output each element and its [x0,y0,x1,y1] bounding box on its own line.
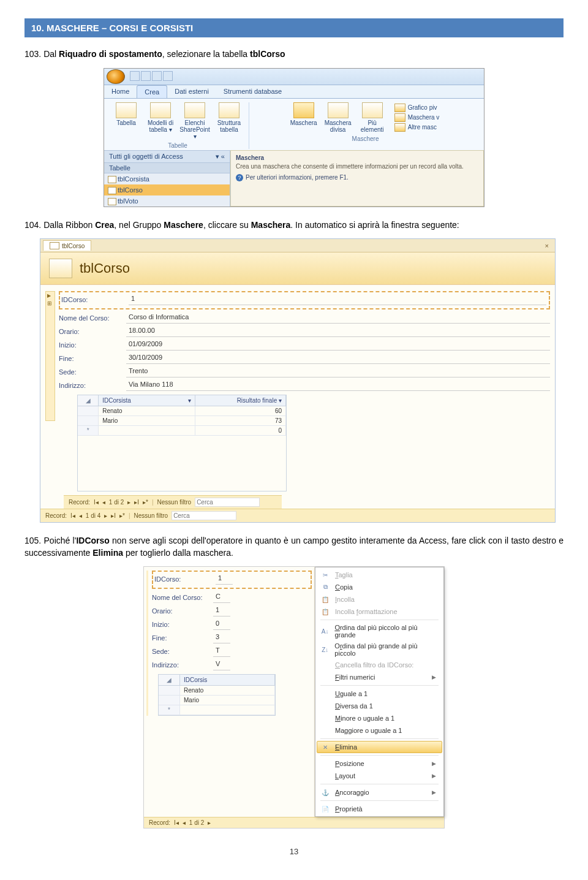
menu-item-maggiore-o-uguale-a-1[interactable]: Maggiore o uguale a 1 [317,724,442,737]
tooltip-title: Maschera [236,154,478,161]
menu-icon: ⧉ [320,583,330,591]
field-value[interactable]: 1 [216,573,233,585]
menu-item-filtri-numerici[interactable]: Filtri numerici▶ [317,671,442,683]
nav-prev-icon[interactable]: ◂ [183,819,186,826]
field-value[interactable]: 30/10/2009 [126,352,550,364]
tab-home[interactable]: Home [104,85,137,98]
nav-first-icon[interactable]: I◂ [94,499,99,506]
btn-elenchi-sharepoint[interactable]: Elenchi SharePoint ▾ [179,102,211,140]
quick-access-toolbar[interactable] [130,71,174,82]
submenu-arrow-icon: ▶ [432,773,436,779]
page-number: 13 [24,847,564,856]
nav-last-icon[interactable]: ▸I [111,512,116,519]
field-value[interactable]: 01/09/2009 [126,339,550,351]
btn-maschera-vuota[interactable]: Maschera v [394,113,440,122]
cell[interactable]: Mario [99,416,195,425]
nav-prev-icon[interactable]: ◂ [102,499,105,506]
menu-item-uguale-a-1[interactable]: Uguale a 1 [317,688,442,700]
search-input[interactable] [172,511,236,520]
selected-field-idcorso[interactable]: IDCorso: 1 [152,571,312,589]
btn-struttura-tabella[interactable]: Struttura tabella [213,102,245,140]
btn-altre-maschere[interactable]: Altre masc [394,123,440,132]
nav-next-icon[interactable]: ▸ [104,512,107,519]
cell[interactable]: 60 [195,406,286,415]
field-value[interactable]: C [213,591,230,603]
form-record-navigator[interactable]: Record: I◂ ◂ 1 di 2 ▸ [144,817,444,828]
field-label: Indirizzo: [152,661,213,669]
field-value[interactable]: 3 [213,632,230,643]
nav-item-tblcorsista[interactable]: tblCorsista [104,173,230,184]
selected-field-idcorso[interactable]: IDCorso: 1 [59,291,550,309]
btn-tabella[interactable]: Tabella [110,102,142,140]
btn-maschera-divisa[interactable]: Maschera divisa [322,102,354,133]
tab-strumenti-database[interactable]: Strumenti database [216,85,289,98]
menu-item-ancoraggio[interactable]: ⚓Ancoraggio▶ [317,786,442,798]
field-value[interactable]: T [213,645,230,657]
nav-prev-icon[interactable]: ◂ [79,512,82,519]
field-value[interactable]: Corso di Informatica [126,312,550,324]
menu-item-diversa-da-1[interactable]: Diversa da 1 [317,700,442,712]
btn-piu-elementi[interactable]: Più elementi [356,102,388,133]
subform-record-navigator[interactable]: Record: I◂ ◂ 1 di 2 ▸ ▸I ▸* | Nessun fil… [64,495,282,509]
menu-icon [320,702,330,710]
menu-item-ordina-dal-pi-piccolo-al-pi-grande[interactable]: A↓Ordina dal più piccolo al più grande [317,622,442,640]
record-selector[interactable] [45,291,55,421]
menu-item-layout[interactable]: Layout▶ [317,770,442,782]
field-value[interactable]: 1 [129,294,546,305]
field-value[interactable]: 0 [213,618,230,630]
row-selector-header[interactable]: ◢ [159,675,180,685]
close-icon[interactable]: × [541,242,552,249]
nav-first-icon[interactable]: I◂ [174,819,179,826]
field-value[interactable]: 1 [213,605,230,616]
btn-maschera[interactable]: Maschera [288,102,320,133]
nav-item-tblcorso[interactable]: tblCorso [104,184,230,195]
subform-grid[interactable]: ◢ IDCorsista ▾ Risultato finale ▾ Renato… [77,395,287,491]
menu-item-ordina-dal-pi-grande-al-pi-piccolo[interactable]: Z↓Ordina dal più grande al più piccolo [317,640,442,659]
group-maschere-side: Grafico piv Maschera v Altre masc [391,102,443,133]
tab-dati-esterni[interactable]: Dati esterni [167,85,216,98]
field-value[interactable]: 18.00.00 [126,325,550,337]
form-icon [49,259,72,278]
bold: Elimina [92,548,123,558]
nav-last-icon[interactable]: ▸I [134,499,139,506]
filter-status: Nessun filtro [157,499,192,506]
cell[interactable]: Mario [180,696,275,705]
nav-first-icon[interactable]: I◂ [70,512,75,519]
form-record-navigator[interactable]: Record: I◂ ◂ 1 di 4 ▸ ▸I ▸* | Nessun fil… [40,509,555,522]
menu-icon [320,772,330,780]
menu-item-minore-o-uguale-a-1[interactable]: Minore o uguale a 1 [317,712,442,724]
form-tab-tblcorso[interactable]: tblCorso [43,240,91,251]
nav-item-tblvoto[interactable]: tblVoto [104,195,230,207]
field-value[interactable]: Trento [126,366,550,377]
office-button[interactable] [107,69,125,84]
menu-item-propriet[interactable]: 📄Proprietà [317,803,442,815]
cell[interactable] [99,426,195,435]
btn-modelli-tabella[interactable]: Modelli di tabella ▾ [145,102,176,140]
cell[interactable]: 0 [195,426,286,435]
menu-label: Incolla [335,596,355,603]
menu-item-elimina[interactable]: ✕Elimina [317,741,442,753]
row-selector-header[interactable]: ◢ [78,395,99,406]
cell[interactable]: 73 [195,416,286,425]
column-header[interactable]: IDCorsis [180,675,275,685]
cell[interactable]: Renato [99,406,195,415]
nav-new-icon[interactable]: ▸* [119,512,125,519]
nav-next-icon[interactable]: ▸ [208,819,211,826]
column-header[interactable]: IDCorsista ▾ [99,395,195,406]
search-input[interactable] [195,498,260,507]
column-header[interactable]: Risultato finale ▾ [195,395,286,406]
nav-new-icon[interactable]: ▸* [143,499,148,506]
menu-item-copia[interactable]: ⧉Copia [317,581,442,593]
tab-crea[interactable]: Crea [137,85,167,98]
nav-category-tabelle[interactable]: Tabelle [104,163,230,173]
field-label: Nome del Corso: [59,314,126,322]
nav-next-icon[interactable]: ▸ [127,499,130,506]
field-value[interactable]: V [213,659,230,670]
menu-item-posizione[interactable]: Posizione▶ [317,757,442,770]
btn-grafico-pivot[interactable]: Grafico piv [394,104,440,112]
menu-label: Ordina dal più piccolo al più grande [334,624,436,639]
cell[interactable]: Renato [180,686,275,695]
field-value[interactable]: Via Milano 118 [126,379,550,391]
nav-header[interactable]: Tutti gli oggetti di Access▾ « [104,151,230,163]
subform-grid[interactable]: ◢ IDCorsis Renato Mario * [158,674,276,716]
